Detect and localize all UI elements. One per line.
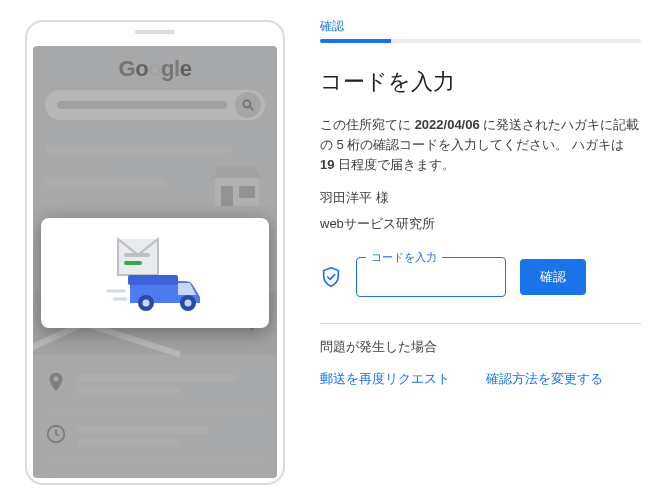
phone-screen: Google ★★★★★ (33, 46, 277, 478)
desc-prefix: この住所宛てに (320, 117, 415, 132)
svg-point-0 (243, 100, 250, 107)
mail-truck-card (41, 218, 269, 328)
progress-bar (320, 39, 641, 43)
google-logo: Google (45, 56, 265, 82)
content-panel: 確認 コードを入力 この住所宛てに 2022/04/06 に発送されたハガキに記… (310, 0, 665, 503)
code-input-row: コードを入力 確認 (320, 257, 641, 297)
resend-mail-link[interactable]: 郵送を再度リクエスト (320, 370, 450, 388)
phone-mockup: Google ★★★★★ (25, 20, 285, 485)
svg-rect-7 (124, 261, 142, 265)
svg-rect-8 (124, 253, 150, 257)
clock-icon (45, 423, 67, 445)
change-method-link[interactable]: 確認方法を変更する (486, 370, 603, 388)
description-text: この住所宛てに 2022/04/06 に発送されたハガキに記載の 5 桁の確認コ… (320, 115, 641, 175)
business-name: webサービス研究所 (320, 215, 641, 233)
svg-point-13 (185, 300, 192, 307)
illustration-panel: Google ★★★★★ (0, 0, 310, 503)
location-pin-icon (45, 371, 67, 393)
mail-truck-icon (80, 233, 230, 313)
svg-point-11 (143, 300, 150, 307)
divider (320, 323, 641, 324)
desc-date: 2022/04/06 (415, 117, 480, 132)
shield-check-icon (320, 266, 342, 288)
svg-rect-4 (239, 186, 255, 198)
trouble-links: 郵送を再度リクエスト 確認方法を変更する (320, 370, 641, 388)
desc-suffix: 日程度で届きます。 (334, 157, 455, 172)
phone-speaker (135, 30, 175, 34)
code-field-label: コードを入力 (366, 250, 442, 265)
code-field-wrapper: コードを入力 (356, 257, 506, 297)
svg-rect-9 (128, 275, 178, 285)
confirm-button[interactable]: 確認 (520, 259, 586, 295)
phone-icon (45, 475, 67, 478)
desc-days: 19 (320, 157, 334, 172)
svg-line-1 (250, 107, 254, 111)
trouble-heading: 問題が発生した場合 (320, 338, 641, 356)
search-icon (235, 92, 261, 118)
svg-rect-3 (221, 186, 233, 206)
storefront-icon (211, 164, 263, 208)
recipient-name: 羽田洋平 様 (320, 189, 641, 207)
step-label: 確認 (320, 18, 641, 39)
progress-bar-fill (320, 39, 391, 43)
page-title: コードを入力 (320, 67, 641, 97)
search-bar-placeholder (45, 90, 265, 120)
